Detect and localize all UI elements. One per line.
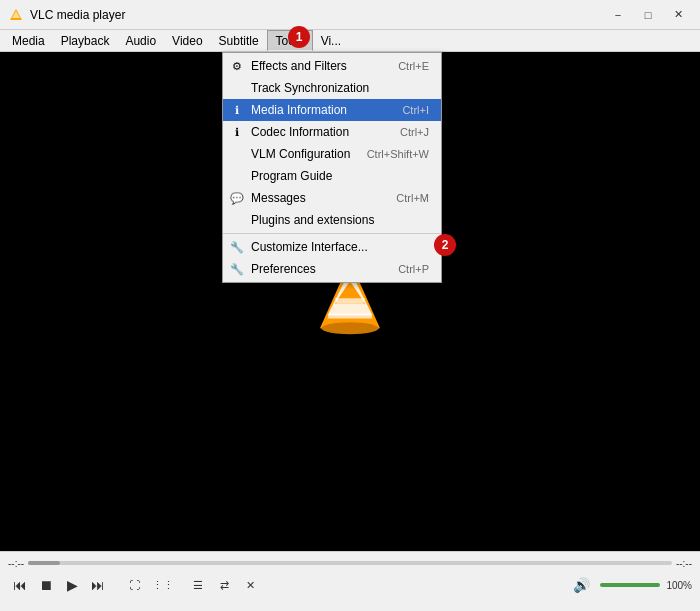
svg-point-5 [322, 322, 379, 334]
app-icon [8, 7, 24, 23]
dropdown-messages[interactable]: 💬 Messages Ctrl+M [223, 187, 441, 209]
stop-button[interactable]: ⏹ [34, 573, 58, 597]
annotation-2: 2 [434, 234, 456, 256]
menu-playback[interactable]: Playback [53, 30, 118, 51]
next-button[interactable]: ⏭ [86, 573, 110, 597]
title-bar: VLC media player − □ ✕ [0, 0, 700, 30]
volume-slider[interactable] [600, 583, 660, 587]
media-info-icon: ℹ [229, 102, 245, 118]
volume-label: 100% [666, 580, 692, 591]
dropdown-program-guide[interactable]: Program Guide [223, 165, 441, 187]
current-time: --:-- [8, 558, 24, 569]
extended-button[interactable]: ⋮⋮ [148, 573, 178, 597]
svg-marker-6 [335, 298, 365, 303]
dropdown-plugins[interactable]: Plugins and extensions [223, 209, 441, 231]
dropdown-track-sync[interactable]: Track Synchronization [223, 77, 441, 99]
menu-media[interactable]: Media [4, 30, 53, 51]
dropdown-codec-info[interactable]: ℹ Codec Information Ctrl+J [223, 121, 441, 143]
menu-audio[interactable]: Audio [117, 30, 164, 51]
dropdown-vlm[interactable]: VLM Configuration Ctrl+Shift+W [223, 143, 441, 165]
dropdown-customize[interactable]: 🔧 Customize Interface... [223, 236, 441, 258]
window-controls: − □ ✕ [604, 5, 692, 25]
menu-bar: Media Playback Audio Video Subtitle Tool… [0, 30, 700, 52]
menu-subtitle[interactable]: Subtitle [211, 30, 267, 51]
controls-row: ⏮ ⏹ ▶ ⏭ ⛶ ⋮⋮ ☰ ⇄ ✕ 🔊 100% [8, 570, 692, 600]
progress-fill [28, 561, 60, 565]
dropdown-preferences[interactable]: 🔧 Preferences Ctrl+P [223, 258, 441, 280]
svg-marker-7 [328, 313, 373, 318]
customize-icon: 🔧 [229, 239, 245, 255]
window-title: VLC media player [30, 8, 604, 22]
annotation-1: 1 [288, 26, 310, 48]
messages-icon: 💬 [229, 190, 245, 206]
playlist-button[interactable]: ☰ [186, 573, 210, 597]
effects-icon: ⚙ [229, 58, 245, 74]
dropdown-effects[interactable]: ⚙ Effects and Filters Ctrl+E [223, 55, 441, 77]
tools-dropdown: ⚙ Effects and Filters Ctrl+E Track Synch… [222, 52, 442, 283]
codec-icon: ℹ [229, 124, 245, 140]
play-button[interactable]: ▶ [60, 573, 84, 597]
menu-view[interactable]: Vi... [313, 30, 349, 51]
prev-button[interactable]: ⏮ [8, 573, 32, 597]
fullscreen-button[interactable]: ⛶ [122, 573, 146, 597]
close-button[interactable]: ✕ [664, 5, 692, 25]
minimize-button[interactable]: − [604, 5, 632, 25]
preferences-icon: 🔧 [229, 261, 245, 277]
random-button[interactable]: ✕ [238, 573, 262, 597]
separator [223, 233, 441, 234]
volume-button[interactable]: 🔊 [569, 573, 594, 597]
total-time: --:-- [676, 558, 692, 569]
maximize-button[interactable]: □ [634, 5, 662, 25]
progress-bar-row: --:-- --:-- [8, 556, 692, 570]
controls-bar: --:-- --:-- ⏮ ⏹ ▶ ⏭ ⛶ ⋮⋮ ☰ ⇄ ✕ 🔊 100% [0, 551, 700, 611]
menu-video[interactable]: Video [164, 30, 210, 51]
progress-track[interactable] [28, 561, 672, 565]
dropdown-media-info[interactable]: ℹ Media Information Ctrl+I [223, 99, 441, 121]
loop-button[interactable]: ⇄ [212, 573, 236, 597]
